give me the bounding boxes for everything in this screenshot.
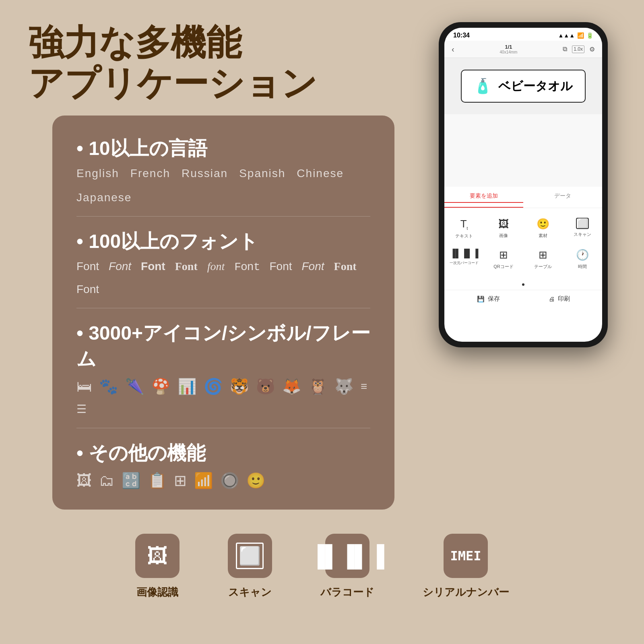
add-barcode-button[interactable]: ▐▌▐▌▐ 一次元バーコード (444, 243, 484, 274)
image-recognition-label: 画像認識 (136, 585, 178, 599)
image-icon: 🖼 (498, 218, 509, 230)
add-items-grid: Tt テキスト 🖼 画像 🙂 素材 ⬜ スキャン (444, 208, 602, 278)
add-scan-button[interactable]: ⬜ スキャン (563, 212, 602, 243)
fonts-list: Font Font Font Font font Font Font Font … (76, 260, 370, 296)
bottom-section: 🖼 画像認識 ⬜ スキャン ▐▌▐▌▐ バラコード IMEI シリアルナンバー (0, 510, 644, 615)
save-button[interactable]: 💾 保存 (477, 295, 500, 303)
battery-icon: 🔋 (586, 32, 593, 39)
wifi-icon: 📶 (577, 32, 584, 39)
icons-title: • 3000+アイコン/シンボル/フレーム (76, 320, 370, 372)
add-image-button[interactable]: 🖼 画像 (484, 212, 523, 243)
copy-icon[interactable]: ⧉ (563, 45, 567, 53)
tab-data[interactable]: データ (523, 187, 602, 208)
scan-icon-box: ⬜ (228, 534, 272, 578)
bottom-serial: IMEI シリアルナンバー (423, 534, 509, 599)
languages-list: English French Russian Spanish Chinese J… (76, 167, 370, 204)
fonts-title: • 100以上のフォント (76, 229, 370, 254)
qr-icon: ⊞ (499, 249, 508, 261)
table-icon: ⊞ (539, 249, 547, 261)
serial-icon: IMEI (450, 548, 481, 564)
main-title: 強力な多機能 アプリケーション (28, 22, 419, 103)
canvas-area (444, 114, 602, 187)
nav-actions: ⧉ 1.0x ⚙ (563, 45, 595, 53)
scan-icon: ⬜ (576, 218, 589, 229)
phone-mockup: 10:34 ▲▲▲ 📶 🔋 ‹ 1/1 40x14mm ⧉ (439, 22, 616, 347)
bottom-barcode: ▐▌▐▌▐ バラコード (320, 534, 374, 599)
bottom-image-recognition: 🖼 画像認識 (135, 534, 180, 599)
back-button[interactable]: ‹ (452, 45, 454, 54)
phone-tabs: 要素を追加 データ (444, 187, 602, 208)
serial-label: シリアルナンバー (423, 585, 509, 599)
material-icon: 🙂 (537, 218, 549, 230)
nav-center: 1/1 40x14mm (500, 44, 518, 54)
zoom-icon[interactable]: 1.0x (572, 45, 584, 53)
scan-label: スキャン (228, 585, 272, 599)
languages-section: • 10以上の言語 English French Russian Spanish… (76, 136, 370, 217)
scan-bottom-icon: ⬜ (236, 543, 264, 569)
serial-icon-box: IMEI (444, 534, 488, 578)
barcode-icon-box: ▐▌▐▌▐ (325, 534, 369, 578)
print-button[interactable]: 🖨 印刷 (549, 295, 570, 303)
barcode-bottom-icon: ▐▌▐▌▐ (310, 544, 384, 568)
tab-add-element[interactable]: 要素を追加 (444, 187, 523, 208)
feature-card: • 10以上の言語 English French Russian Spanish… (52, 116, 394, 510)
nav-bar: ‹ 1/1 40x14mm ⧉ 1.0x ⚙ (444, 41, 602, 58)
other-icons-list: 🖼 🗂 🔡 📋 ⊞ 📶 🔘 🙂 (76, 472, 370, 489)
add-text-button[interactable]: Tt テキスト (444, 212, 484, 243)
other-section: • その他の機能 🖼 🗂 🔡 📋 ⊞ 📶 🔘 🙂 (76, 428, 370, 489)
image-recognition-icon: 🖼 (147, 544, 168, 568)
text-icon: Tt (460, 218, 468, 231)
label-size: 40x14mm (500, 50, 518, 54)
add-table-button[interactable]: ⊞ テーブル (523, 243, 563, 274)
page-dots (444, 278, 602, 290)
icons-list: 🛏 🐾 🌂 🍄 📊 🌀 🐯 🐻 🦊 🦉 🐺 ≡ ☰ (76, 378, 370, 416)
save-icon: 💾 (477, 295, 485, 303)
phone-bottom-bar: 💾 保存 🖨 印刷 (444, 290, 602, 308)
status-time: 10:34 (453, 32, 470, 39)
page-indicator: 1/1 (500, 44, 518, 50)
status-icons: ▲▲▲ 📶 🔋 (558, 32, 593, 39)
barcode-label: バラコード (320, 585, 374, 599)
settings-icon[interactable]: ⚙ (589, 45, 595, 53)
add-time-button[interactable]: 🕐 時間 (563, 243, 602, 274)
label-text: ベビータオル (498, 78, 573, 95)
image-recognition-icon-box: 🖼 (135, 534, 180, 578)
bottom-scan: ⬜ スキャン (228, 534, 272, 599)
time-icon: 🕐 (576, 249, 589, 261)
status-bar: 10:34 ▲▲▲ 📶 🔋 (444, 28, 602, 41)
barcode-icon: ▐▌▐▌▐ (450, 249, 479, 258)
label-icon: 🧴 (474, 78, 492, 95)
languages-title: • 10以上の言語 (76, 136, 370, 161)
signal-icon: ▲▲▲ (558, 32, 575, 39)
label-preview: 🧴 ベビータオル (444, 58, 602, 114)
print-icon: 🖨 (549, 295, 555, 302)
icons-section: • 3000+アイコン/シンボル/フレーム 🛏 🐾 🌂 🍄 📊 🌀 🐯 🐻 🦊 … (76, 308, 370, 428)
label-box: 🧴 ベビータオル (461, 70, 586, 103)
fonts-section: • 100以上のフォント Font Font Font Font font Fo… (76, 217, 370, 308)
add-qr-button[interactable]: ⊞ QRコード (484, 243, 523, 274)
other-title: • その他の機能 (76, 440, 370, 466)
add-material-button[interactable]: 🙂 素材 (523, 212, 563, 243)
